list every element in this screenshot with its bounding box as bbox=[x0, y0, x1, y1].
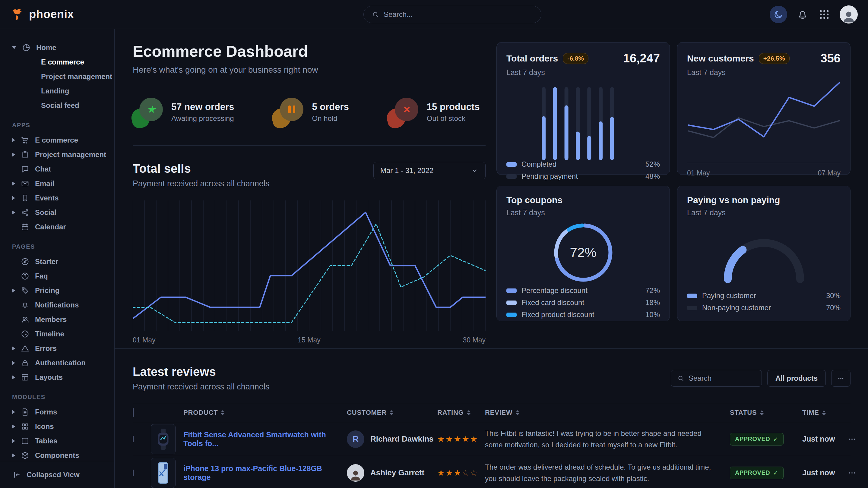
sidebar-item-label: Components bbox=[35, 451, 79, 460]
date-range-select[interactable]: Mar 1 - 31, 2022 bbox=[373, 162, 486, 180]
sidebar-item-label: Tables bbox=[35, 437, 57, 445]
sidebar-subitem-social-feed[interactable]: Social feed bbox=[12, 98, 114, 113]
sidebar-item-label: Notifications bbox=[35, 301, 79, 309]
sidebar: Home E commerceProject managementLanding… bbox=[0, 29, 115, 488]
bell-icon bbox=[21, 300, 30, 310]
global-search-input[interactable]: Search... bbox=[364, 6, 541, 23]
notifications-bell-icon[interactable] bbox=[796, 8, 809, 21]
row-menu-button[interactable] bbox=[847, 468, 857, 478]
user-avatar[interactable] bbox=[840, 5, 858, 24]
sort-icon[interactable] bbox=[822, 410, 826, 415]
collapse-sidebar-button[interactable]: Collapsed View bbox=[0, 461, 114, 488]
sidebar-item-project-management[interactable]: Project management bbox=[12, 148, 114, 162]
top-coupons-card: Top coupons Last 7 days 72% Percentage d… bbox=[496, 186, 670, 321]
chevron-right-icon bbox=[12, 196, 15, 200]
col-rating[interactable]: RATING bbox=[437, 409, 464, 417]
legend-row: Fixed card discount 18% bbox=[506, 298, 660, 307]
share-icon bbox=[21, 208, 30, 217]
sidebar-item-starter[interactable]: Starter bbox=[12, 254, 114, 269]
sidebar-item-members[interactable]: Members bbox=[12, 312, 114, 327]
new-customers-card: New customers +26.5% 356 Last 7 days 01 … bbox=[677, 42, 850, 175]
product-thumbnail-iphone[interactable] bbox=[151, 458, 176, 488]
sidebar-item-e-commerce[interactable]: E commerce bbox=[12, 133, 114, 148]
coupons-donut-chart: 72% bbox=[506, 219, 660, 286]
col-customer[interactable]: CUSTOMER bbox=[347, 409, 386, 417]
brand-name: phoenix bbox=[29, 8, 74, 21]
legend-row: Pending payment 48% bbox=[506, 172, 660, 181]
row-checkbox[interactable] bbox=[133, 469, 134, 476]
sort-icon[interactable] bbox=[516, 410, 519, 415]
select-all-checkbox[interactable] bbox=[133, 408, 134, 417]
sidebar-item-components[interactable]: Components bbox=[12, 448, 114, 463]
sidebar-item-chat[interactable]: Chat bbox=[12, 162, 114, 176]
cart-icon bbox=[21, 136, 30, 145]
rating-stars: ★★★☆☆ bbox=[437, 468, 485, 478]
sidebar-item-label: Faq bbox=[35, 272, 48, 280]
card-title: Top coupons bbox=[506, 195, 562, 205]
search-placeholder: Search bbox=[688, 374, 711, 383]
stat-green-blob-icon: ★ bbox=[133, 98, 163, 127]
customer-cell[interactable]: Ashley Garrett bbox=[347, 464, 437, 482]
row-checkbox[interactable] bbox=[133, 436, 134, 442]
sidebar-item-home[interactable]: Home bbox=[12, 40, 114, 55]
sidebar-item-layouts[interactable]: Layouts bbox=[12, 370, 114, 385]
table-header: PRODUCT CUSTOMER RATING REVIEW STATUS TI… bbox=[133, 403, 850, 422]
sidebar-subitem-project-management[interactable]: Project management bbox=[12, 69, 114, 84]
legend-row: Percentage discount 72% bbox=[506, 286, 660, 295]
sidebar-item-label: Chat bbox=[35, 165, 51, 173]
sort-icon[interactable] bbox=[467, 410, 470, 415]
card-title: Total orders bbox=[506, 53, 558, 64]
sidebar-item-faq[interactable]: Faq bbox=[12, 269, 114, 283]
sort-icon[interactable] bbox=[760, 410, 764, 415]
sidebar-item-calendar[interactable]: Calendar bbox=[12, 220, 114, 234]
chat-icon bbox=[21, 165, 30, 174]
total-sells-subtitle: Payment received across all channels bbox=[133, 179, 269, 188]
pie-chart-icon bbox=[22, 43, 31, 52]
col-status[interactable]: STATUS bbox=[730, 409, 757, 417]
theme-toggle-button[interactable] bbox=[770, 6, 787, 23]
sidebar-item-tables[interactable]: Tables bbox=[12, 434, 114, 448]
col-product[interactable]: PRODUCT bbox=[183, 409, 218, 417]
sidebar-subitem-landing[interactable]: Landing bbox=[12, 84, 114, 98]
x-tick: 01 May bbox=[687, 169, 710, 177]
compass-icon bbox=[21, 257, 30, 266]
product-link[interactable]: iPhone 13 pro max-Pacific Blue-128GB sto… bbox=[183, 464, 347, 482]
legend-row: Fixed product discount 10% bbox=[506, 311, 660, 319]
sidebar-item-authentication[interactable]: Authentication bbox=[12, 356, 114, 370]
more-options-button[interactable] bbox=[831, 370, 850, 387]
page-title: Ecommerce Dashboard bbox=[133, 42, 486, 60]
lock-icon bbox=[21, 358, 30, 367]
section-label-modules: MODULES bbox=[12, 394, 114, 400]
sidebar-item-pricing[interactable]: Pricing bbox=[12, 283, 114, 298]
total-sells-x-axis: 01 May 15 May 30 May bbox=[133, 336, 486, 344]
sidebar-subitem-e-commerce[interactable]: E commerce bbox=[12, 55, 114, 69]
sidebar-item-social[interactable]: Social bbox=[12, 205, 114, 220]
sidebar-item-label: Home bbox=[36, 43, 56, 52]
apps-grid-icon[interactable] bbox=[818, 8, 831, 21]
col-review[interactable]: REVIEW bbox=[485, 409, 513, 417]
sidebar-item-timeline[interactable]: Timeline bbox=[12, 327, 114, 341]
product-link[interactable]: Fitbit Sense Advanced Smartwatch with To… bbox=[183, 430, 347, 448]
reviews-search-input[interactable]: Search bbox=[671, 370, 762, 387]
sort-icon[interactable] bbox=[390, 410, 393, 415]
brand[interactable]: phoenix bbox=[10, 7, 74, 22]
col-time[interactable]: TIME bbox=[802, 409, 819, 417]
sidebar-item-notifications[interactable]: Notifications bbox=[12, 298, 114, 312]
sidebar-item-errors[interactable]: Errors bbox=[12, 341, 114, 356]
sort-icon[interactable] bbox=[221, 410, 224, 415]
customer-cell[interactable]: R Richard Dawkins bbox=[347, 430, 437, 448]
bookmark-icon bbox=[21, 194, 30, 202]
row-menu-button[interactable] bbox=[847, 435, 857, 444]
sidebar-item-email[interactable]: Email bbox=[12, 176, 114, 191]
product-thumbnail-smartwatch[interactable] bbox=[151, 424, 176, 454]
donut-center-value: 72% bbox=[570, 245, 596, 260]
table-row: Fitbit Sense Advanced Smartwatch with To… bbox=[133, 422, 850, 456]
sidebar-item-icons[interactable]: Icons bbox=[12, 419, 114, 434]
all-products-button[interactable]: All products bbox=[767, 370, 826, 387]
status-badge: APPROVED✓ bbox=[730, 466, 783, 479]
sidebar-item-events[interactable]: Events bbox=[12, 191, 114, 205]
sidebar-item-forms[interactable]: Forms bbox=[12, 405, 114, 419]
search-icon bbox=[677, 375, 684, 382]
box-icon bbox=[21, 451, 30, 460]
x-tick: 15 May bbox=[298, 336, 320, 344]
